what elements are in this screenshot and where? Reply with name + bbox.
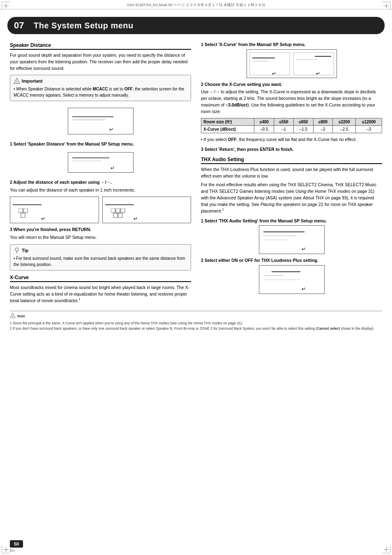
header-bar: 07 The System Setup menu (7, 17, 385, 34)
crosshair-tl (3, 3, 8, 8)
screen-wide-mockup: ↵ ↵ (10, 197, 191, 223)
xcurve-val-3: –1.5 (293, 126, 313, 133)
step2-body: You can adjust the distance of each spea… (10, 187, 191, 194)
chapter-title: The System Setup menu (34, 21, 134, 30)
screen-mockup-2: ↵ (68, 152, 134, 173)
svg-text:!: ! (16, 80, 18, 83)
xcurve-step2-body: Use ←/→ to adjust the setting. The X-Cur… (201, 89, 382, 115)
xcurve-off-note: • If you select OFF, the frequency curve… (201, 136, 382, 143)
note-icon: ! (10, 313, 16, 320)
step1-speaker-distance: 1 Select 'Speaker Distance' from the Man… (10, 141, 191, 147)
step3-body: You will return to the Manual SP Setup m… (10, 234, 191, 241)
thx-footnote-ref: 2 (222, 208, 224, 211)
main-content: Speaker Distance For good sound depth an… (0, 34, 392, 307)
svg-rect-3 (23, 208, 28, 213)
svg-text:!: ! (12, 314, 13, 317)
speaker-distance-heading: Speaker Distance (10, 42, 191, 50)
svg-rect-2 (18, 208, 23, 213)
tip-icon (14, 247, 20, 254)
page-lang: En (10, 548, 14, 553)
svg-rect-5 (111, 208, 115, 213)
table-header-12000: ≤12000 (356, 118, 382, 126)
table-header-800: ≤800 (313, 118, 333, 126)
thx-audio-body2: For the most effective results when usin… (201, 182, 382, 214)
svg-rect-6 (116, 208, 120, 213)
note2: 2 If you don't have surround back speake… (10, 326, 382, 331)
screen-arrow: ↵ (109, 127, 113, 132)
screen-wide-left: ↵ (10, 197, 99, 223)
important-icon: ! (14, 78, 20, 84)
screen-arrow-2: ↵ (111, 165, 115, 171)
svg-point-10 (15, 248, 18, 251)
thx-audio-body1: When the THX Loudness Plus function is u… (201, 166, 382, 180)
table-header-650: ≤650 (293, 118, 313, 126)
table-header-400: ≤400 (254, 118, 274, 126)
crosshair-br (384, 547, 389, 552)
svg-rect-7 (121, 208, 125, 213)
x-curve-heading: X-Curve (10, 275, 191, 282)
footer-note: ! Note 1 Since the principal is the same… (10, 311, 382, 333)
tip-title: Tip (14, 247, 187, 254)
xcurve-step2: 2 Choose the X-Curve setting you want. (201, 81, 382, 88)
screen-wide-right: ↵ (102, 197, 191, 223)
x-curve-footnote-ref: 1 (79, 298, 81, 301)
xcurve-val-4: –2 (313, 126, 333, 133)
thx-step2: 2 Select either ON or OFF for THX Loudne… (201, 257, 382, 264)
step2-speaker-distance: 2 Adjust the distance of each speaker us… (10, 179, 191, 185)
step3-speaker-distance: 3 When you're finished, press RETURN. (10, 227, 191, 233)
thx-screen-1: ↵ (259, 225, 325, 254)
svg-rect-4 (21, 213, 25, 217)
important-body: • When Speaker Distance is selected whil… (14, 86, 187, 98)
chapter-number: 07 (14, 20, 26, 31)
crosshair-tr (384, 3, 389, 8)
xcurve-step3: 3 Select 'Return', then press ENTER to f… (201, 146, 382, 153)
screen-mockup-1: ↵ (68, 108, 134, 134)
important-callout: ! Important • When Speaker Distance is s… (10, 75, 191, 101)
svg-rect-11 (16, 251, 17, 253)
right-column: 1 Select 'X-Curve' from the Manual SP Se… (201, 38, 382, 307)
xcurve-val-2: –1 (274, 126, 294, 133)
svg-rect-8 (113, 213, 118, 217)
table-row-xcurve: X-Curve (dB/oct) –0.5 –1 –1.5 –2 –2.5 –3 (201, 126, 382, 133)
important-title: ! Important (14, 78, 187, 84)
tip-body: • For best surround sound, make sure the… (14, 255, 187, 268)
table-header-550: ≤550 (274, 118, 294, 126)
xcurve-val-5: –2.5 (333, 126, 356, 133)
thx-audio-heading: THX Audio Setting (201, 157, 382, 164)
left-column: Speaker Distance For good sound depth an… (10, 38, 191, 307)
xcurve-step1: 1 Select 'X-Curve' from the Manual SP Se… (201, 42, 382, 48)
table-header-2200: ≤2200 (333, 118, 356, 126)
page-number: 50 (10, 540, 23, 548)
svg-rect-9 (118, 213, 122, 217)
xcurve-table: Room size (ft²) ≤400 ≤550 ≤650 ≤800 ≤220… (201, 118, 382, 133)
note1: 1 Since the principal is the same, X-Cur… (10, 321, 382, 326)
crosshair-bl (3, 547, 8, 552)
note-title: Note (17, 314, 25, 319)
meta-line: VSX-9130TXH_KU.book 50 ページ ２００８年４月１７日 木曜… (0, 2, 392, 9)
speaker-distance-body: For good sound depth and separation from… (10, 52, 191, 72)
table-xcurve-label: X-Curve (dB/oct) (201, 126, 254, 133)
table-header-roomsize: Room size (ft²) (201, 118, 254, 126)
xcurve-screen: ↵ ↵ (247, 49, 337, 78)
thx-screen-2: ↵ (259, 265, 325, 294)
xcurve-val-6: –3 (356, 126, 382, 133)
thx-step1: 1 Select 'THX Audio Setting' from the Ma… (201, 218, 382, 224)
xcurve-val-1: –0.5 (254, 126, 274, 133)
x-curve-body: Most soundtracks mixed for cinema sound … (10, 284, 191, 304)
tip-callout: Tip • For best surround sound, make sure… (10, 244, 191, 271)
